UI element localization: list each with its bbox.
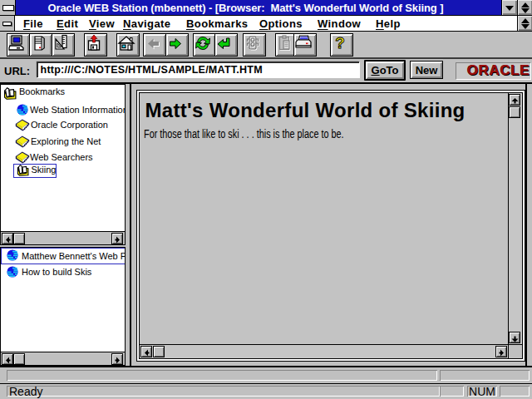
svg-text:?: ? — [335, 34, 345, 52]
